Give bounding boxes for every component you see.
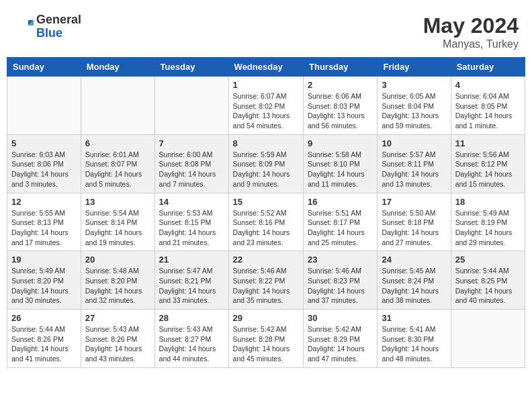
calendar-day-cell: 6Sunrise: 6:01 AM Sunset: 8:07 PM Daylig… (81, 134, 154, 193)
day-info: Sunrise: 5:42 AM Sunset: 8:28 PM Dayligh… (233, 324, 299, 364)
day-info: Sunrise: 6:07 AM Sunset: 8:02 PM Dayligh… (233, 91, 299, 131)
calendar-day-cell: 11Sunrise: 5:56 AM Sunset: 8:12 PM Dayli… (451, 134, 525, 193)
weekday-header-thursday: Thursday (304, 58, 378, 77)
calendar-day-cell: 25Sunrise: 5:44 AM Sunset: 8:25 PM Dayli… (451, 251, 525, 310)
calendar-day-cell: 16Sunrise: 5:51 AM Sunset: 8:17 PM Dayli… (304, 193, 378, 251)
day-info: Sunrise: 5:46 AM Sunset: 8:22 PM Dayligh… (233, 266, 299, 306)
day-info: Sunrise: 5:58 AM Sunset: 8:10 PM Dayligh… (308, 150, 373, 189)
weekday-header-tuesday: Tuesday (154, 58, 228, 77)
day-number: 8 (233, 138, 299, 148)
calendar-day-cell: 1Sunrise: 6:07 AM Sunset: 8:02 PM Daylig… (228, 77, 303, 135)
day-info: Sunrise: 5:55 AM Sunset: 8:13 PM Dayligh… (11, 208, 77, 248)
day-number: 15 (233, 197, 299, 207)
calendar-week-row: 19Sunrise: 5:49 AM Sunset: 8:20 PM Dayli… (7, 251, 525, 310)
weekday-header-sunday: Sunday (7, 58, 81, 77)
weekday-header-wednesday: Wednesday (228, 58, 303, 77)
day-info: Sunrise: 6:00 AM Sunset: 8:08 PM Dayligh… (159, 150, 224, 189)
day-info: Sunrise: 5:59 AM Sunset: 8:09 PM Dayligh… (233, 150, 299, 189)
calendar-day-cell: 23Sunrise: 5:46 AM Sunset: 8:23 PM Dayli… (304, 251, 378, 310)
day-info: Sunrise: 6:05 AM Sunset: 8:04 PM Dayligh… (382, 91, 446, 131)
day-number: 19 (11, 255, 77, 265)
day-info: Sunrise: 5:57 AM Sunset: 8:11 PM Dayligh… (382, 150, 446, 189)
calendar-day-cell: 3Sunrise: 6:05 AM Sunset: 8:04 PM Daylig… (378, 77, 451, 135)
day-number: 12 (11, 197, 77, 207)
day-number: 27 (85, 313, 150, 323)
day-info: Sunrise: 6:06 AM Sunset: 8:03 PM Dayligh… (308, 91, 373, 131)
day-number: 10 (382, 138, 446, 148)
weekday-header-monday: Monday (81, 58, 154, 77)
calendar-day-cell (154, 77, 228, 135)
day-number: 14 (159, 197, 224, 207)
calendar-day-cell (7, 77, 81, 135)
calendar-day-cell: 20Sunrise: 5:48 AM Sunset: 8:20 PM Dayli… (81, 251, 154, 310)
calendar-day-cell: 31Sunrise: 5:41 AM Sunset: 8:30 PM Dayli… (378, 310, 451, 368)
calendar-day-cell: 12Sunrise: 5:55 AM Sunset: 8:13 PM Dayli… (7, 193, 81, 251)
calendar-day-cell: 10Sunrise: 5:57 AM Sunset: 8:11 PM Dayli… (378, 134, 451, 193)
day-info: Sunrise: 5:47 AM Sunset: 8:21 PM Dayligh… (159, 266, 224, 306)
day-number: 29 (233, 313, 299, 323)
day-number: 28 (159, 313, 224, 323)
weekday-header-saturday: Saturday (451, 58, 525, 77)
calendar-day-cell: 7Sunrise: 6:00 AM Sunset: 8:08 PM Daylig… (154, 134, 228, 193)
day-info: Sunrise: 5:51 AM Sunset: 8:17 PM Dayligh… (308, 208, 373, 248)
day-info: Sunrise: 6:04 AM Sunset: 8:05 PM Dayligh… (455, 91, 521, 131)
weekday-header-friday: Friday (378, 58, 451, 77)
day-number: 4 (455, 80, 521, 90)
calendar-day-cell: 9Sunrise: 5:58 AM Sunset: 8:10 PM Daylig… (304, 134, 378, 193)
calendar-week-row: 1Sunrise: 6:07 AM Sunset: 8:02 PM Daylig… (7, 77, 525, 135)
calendar-day-cell: 19Sunrise: 5:49 AM Sunset: 8:20 PM Dayli… (7, 251, 81, 310)
day-number: 23 (308, 255, 373, 265)
calendar-day-cell: 29Sunrise: 5:42 AM Sunset: 8:28 PM Dayli… (228, 310, 303, 368)
day-number: 2 (308, 80, 373, 90)
day-number: 9 (308, 138, 373, 148)
day-number: 5 (11, 138, 77, 148)
calendar-day-cell: 14Sunrise: 5:53 AM Sunset: 8:15 PM Dayli… (154, 193, 228, 251)
day-number: 24 (382, 255, 446, 265)
calendar-day-cell: 22Sunrise: 5:46 AM Sunset: 8:22 PM Dayli… (228, 251, 303, 310)
day-info: Sunrise: 5:43 AM Sunset: 8:26 PM Dayligh… (85, 324, 150, 364)
day-info: Sunrise: 5:52 AM Sunset: 8:16 PM Dayligh… (233, 208, 299, 248)
day-info: Sunrise: 5:56 AM Sunset: 8:12 PM Dayligh… (455, 150, 521, 189)
calendar-day-cell: 26Sunrise: 5:44 AM Sunset: 8:26 PM Dayli… (7, 310, 81, 368)
day-number: 11 (455, 138, 521, 148)
day-number: 30 (308, 313, 373, 323)
day-info: Sunrise: 5:54 AM Sunset: 8:14 PM Dayligh… (85, 208, 150, 248)
calendar-day-cell: 28Sunrise: 5:43 AM Sunset: 8:27 PM Dayli… (154, 310, 228, 368)
day-number: 18 (455, 197, 521, 207)
calendar-week-row: 12Sunrise: 5:55 AM Sunset: 8:13 PM Dayli… (7, 193, 525, 251)
day-number: 31 (382, 313, 446, 323)
calendar-day-cell: 24Sunrise: 5:45 AM Sunset: 8:24 PM Dayli… (378, 251, 451, 310)
calendar-day-cell (81, 77, 154, 135)
day-info: Sunrise: 5:43 AM Sunset: 8:27 PM Dayligh… (159, 324, 224, 364)
day-number: 1 (233, 80, 299, 90)
calendar-day-cell: 30Sunrise: 5:42 AM Sunset: 8:29 PM Dayli… (304, 310, 378, 368)
day-info: Sunrise: 5:49 AM Sunset: 8:19 PM Dayligh… (455, 208, 521, 248)
day-number: 13 (85, 197, 150, 207)
logo-icon (13, 17, 34, 37)
day-info: Sunrise: 5:42 AM Sunset: 8:29 PM Dayligh… (308, 324, 373, 364)
calendar-day-cell: 5Sunrise: 6:03 AM Sunset: 8:06 PM Daylig… (7, 134, 81, 193)
day-info: Sunrise: 5:44 AM Sunset: 8:26 PM Dayligh… (11, 324, 77, 364)
calendar-day-cell (451, 310, 525, 368)
calendar-header-row: SundayMondayTuesdayWednesdayThursdayFrid… (7, 58, 525, 77)
day-info: Sunrise: 5:44 AM Sunset: 8:25 PM Dayligh… (455, 266, 521, 306)
day-info: Sunrise: 5:46 AM Sunset: 8:23 PM Dayligh… (308, 266, 373, 306)
calendar-day-cell: 8Sunrise: 5:59 AM Sunset: 8:09 PM Daylig… (228, 134, 303, 193)
page-header: General Blue May 2024 Manyas, Turkey (7, 7, 525, 54)
calendar-day-cell: 18Sunrise: 5:49 AM Sunset: 8:19 PM Dayli… (451, 193, 525, 251)
day-number: 16 (308, 197, 373, 207)
calendar-day-cell: 13Sunrise: 5:54 AM Sunset: 8:14 PM Dayli… (81, 193, 154, 251)
day-info: Sunrise: 5:41 AM Sunset: 8:30 PM Dayligh… (382, 324, 446, 364)
day-info: Sunrise: 5:50 AM Sunset: 8:18 PM Dayligh… (382, 208, 446, 248)
month-year: May 2024 (423, 13, 519, 38)
day-info: Sunrise: 5:53 AM Sunset: 8:15 PM Dayligh… (159, 208, 224, 248)
calendar-week-row: 5Sunrise: 6:03 AM Sunset: 8:06 PM Daylig… (7, 134, 525, 193)
day-number: 22 (233, 255, 299, 265)
calendar-day-cell: 2Sunrise: 6:06 AM Sunset: 8:03 PM Daylig… (304, 77, 378, 135)
calendar-week-row: 26Sunrise: 5:44 AM Sunset: 8:26 PM Dayli… (7, 310, 525, 368)
day-number: 26 (11, 313, 77, 323)
calendar-day-cell: 21Sunrise: 5:47 AM Sunset: 8:21 PM Dayli… (154, 251, 228, 310)
calendar-day-cell: 15Sunrise: 5:52 AM Sunset: 8:16 PM Dayli… (228, 193, 303, 251)
logo-blue-text: Blue (36, 27, 81, 40)
calendar-day-cell: 17Sunrise: 5:50 AM Sunset: 8:18 PM Dayli… (378, 193, 451, 251)
